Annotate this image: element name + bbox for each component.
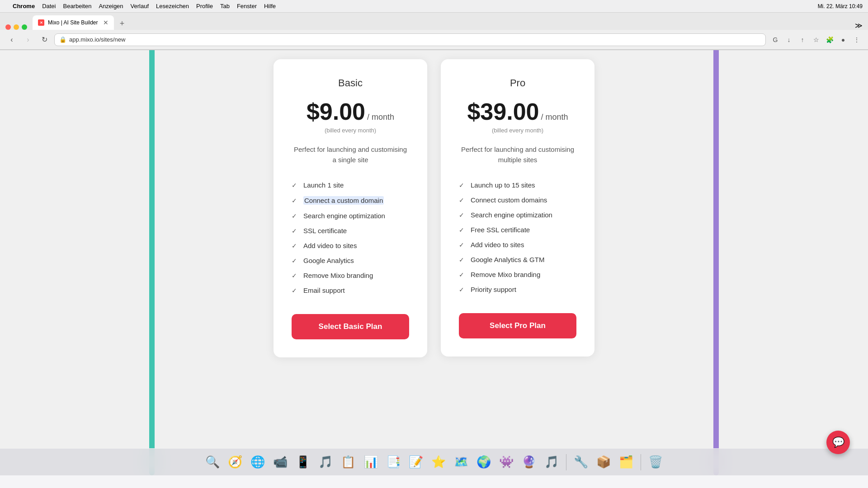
dock-control-center[interactable]: 🗂️ [616, 452, 636, 472]
dock-zoom[interactable]: 📹 [270, 452, 290, 472]
list-item: ✓ Search engine optimization [459, 207, 576, 222]
menu-tab[interactable]: Tab [220, 3, 230, 9]
feature-text: SSL certificate [303, 227, 347, 235]
dock-compressor[interactable]: 🔧 [571, 452, 591, 472]
list-item: ✓ Connect custom domains [459, 192, 576, 207]
dock-maps[interactable]: 🗺️ [451, 452, 471, 472]
tab-close-icon[interactable]: ✕ [103, 19, 108, 26]
list-item: ✓ Launch up to 15 sites [459, 178, 576, 192]
chat-bubble-button[interactable]: 💬 [826, 431, 850, 454]
extensions-icon[interactable]: 🧩 [824, 34, 835, 46]
feature-text: Remove Mixo branding [471, 271, 540, 278]
forward-button[interactable]: › [22, 33, 34, 46]
feature-text: Priority support [471, 286, 516, 293]
menu-profile[interactable]: Profile [196, 3, 213, 9]
menu-bar: Chrome Datei Bearbeiten Anzeigen Verlauf… [0, 0, 868, 13]
dock-whatsapp[interactable]: 📱 [293, 452, 313, 472]
basic-plan-card: Basic $9.00 / month (billed every month)… [274, 59, 427, 357]
list-item: ✓ Email support [292, 283, 409, 298]
dock-powerpoint[interactable]: 📑 [383, 452, 403, 472]
feature-text: Google Analytics & GTM [471, 256, 544, 263]
menu-datetime: Mi. 22. März 10:49 [818, 3, 863, 9]
list-item: ✓ Search engine optimization [292, 208, 409, 223]
dock-divider [566, 454, 566, 470]
tab-end: ≫ [855, 21, 863, 30]
check-icon: ✓ [459, 256, 464, 263]
nav-icons-right: G ↓ ↑ ☆ 🧩 ● ⋮ [769, 34, 863, 46]
address-text: app.mixo.io/sites/new [69, 36, 125, 43]
share-icon[interactable]: ↑ [797, 34, 808, 46]
feature-text: Free SSL certificate [471, 226, 530, 234]
check-icon: ✓ [459, 211, 464, 219]
dock-trash[interactable]: 🗑️ [646, 452, 665, 472]
basic-plan-name: Basic [292, 77, 409, 89]
menu-lesezeichen[interactable]: Lesezeichen [156, 3, 189, 9]
address-bar[interactable]: 🔒 app.mixo.io/sites/new [54, 33, 766, 46]
dock-archive[interactable]: 📦 [594, 452, 613, 472]
lock-icon: 🔒 [59, 36, 66, 43]
back-button[interactable]: ‹ [5, 33, 18, 46]
dock-trello[interactable]: 📋 [338, 452, 358, 472]
feature-text: Remove Mixo branding [303, 272, 373, 279]
menu-verlauf[interactable]: Verlauf [131, 3, 149, 9]
traffic-light-maximize[interactable] [22, 24, 27, 30]
traffic-lights [5, 24, 27, 30]
list-item: ✓ Connect a custom domain [292, 192, 409, 208]
list-item: ✓ Add video to sites [459, 237, 576, 252]
menu-datei[interactable]: Datei [42, 3, 56, 9]
list-item: ✓ Priority support [459, 282, 576, 297]
traffic-light-minimize[interactable] [14, 24, 19, 30]
select-pro-plan-button[interactable]: Select Pro Plan [459, 313, 576, 338]
settings-icon[interactable]: ⋮ [851, 34, 863, 46]
bookmark-icon[interactable]: ☆ [810, 34, 822, 46]
basic-price-billing: (billed every month) [292, 127, 409, 134]
feature-text: Search engine optimization [303, 212, 385, 220]
check-icon: ✓ [292, 242, 297, 249]
dock-proxyman[interactable]: 🔮 [519, 452, 539, 472]
google-icon[interactable]: G [769, 34, 781, 46]
download-icon[interactable]: ↓ [783, 34, 795, 46]
profile-icon[interactable]: ● [837, 34, 849, 46]
dock-chrome[interactable]: 🌐 [248, 452, 268, 472]
feature-text: Search engine optimization [471, 211, 552, 219]
traffic-light-close[interactable] [5, 24, 11, 30]
dock-safari[interactable]: 🧭 [225, 452, 245, 472]
menu-chrome[interactable]: Chrome [13, 3, 35, 9]
pro-price-amount: $39.00 [467, 98, 539, 125]
check-icon: ✓ [459, 226, 464, 234]
check-icon: ✓ [292, 182, 297, 189]
pro-features-list: ✓ Launch up to 15 sites ✓ Connect custom… [459, 178, 576, 297]
list-item: ✓ SSL certificate [292, 223, 409, 238]
feature-text: Launch 1 site [303, 181, 344, 189]
pro-plan-name: Pro [459, 77, 576, 89]
check-icon: ✓ [459, 197, 464, 204]
pro-price-billing: (billed every month) [459, 127, 576, 134]
dock-arc[interactable]: 🌍 [474, 452, 494, 472]
check-icon: ✓ [459, 241, 464, 249]
dock-reeder[interactable]: ⭐ [429, 452, 448, 472]
feature-text: Email support [303, 286, 345, 294]
check-icon: ✓ [292, 257, 297, 264]
reload-button[interactable]: ↻ [38, 33, 51, 46]
new-tab-button[interactable]: + [116, 17, 128, 30]
feature-text: Google Analytics [303, 257, 354, 264]
menu-hilfe[interactable]: Hilfe [264, 3, 276, 9]
dock-soundboard[interactable]: 🎵 [542, 452, 561, 472]
basic-price-row: $9.00 / month [292, 98, 409, 125]
select-basic-plan-button[interactable]: Select Basic Plan [292, 314, 409, 339]
tab-favicon: ✕ [38, 19, 44, 26]
dock-spotify[interactable]: 🎵 [316, 452, 335, 472]
menu-anzeigen[interactable]: Anzeigen [99, 3, 123, 9]
browser-chrome: ✕ Mixo | AI Site Builder ✕ + ≫ ‹ › ↻ 🔒 a… [0, 13, 868, 50]
dock-word[interactable]: 📝 [406, 452, 426, 472]
check-icon: ✓ [292, 272, 297, 279]
browser-tab-active[interactable]: ✕ Mixo | AI Site Builder ✕ [33, 15, 114, 30]
list-item: ✓ Remove Mixo branding [292, 268, 409, 283]
dock-discord[interactable]: 👾 [496, 452, 516, 472]
dock-finder[interactable]: 🔍 [203, 452, 222, 472]
dock-excel[interactable]: 📊 [361, 452, 381, 472]
menu-fenster[interactable]: Fenster [237, 3, 257, 9]
menu-bearbeiten[interactable]: Bearbeiten [63, 3, 91, 9]
dock-divider-2 [641, 454, 641, 470]
check-icon: ✓ [292, 287, 297, 294]
